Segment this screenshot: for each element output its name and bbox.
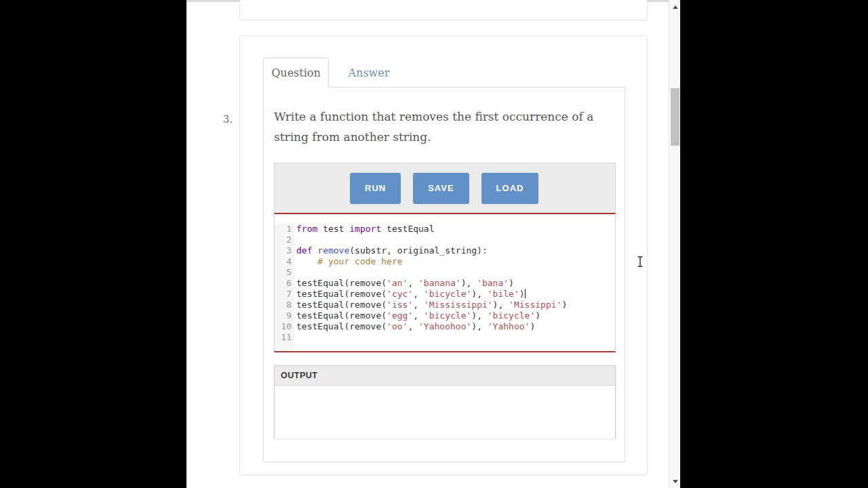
- editor-code[interactable]: from test import testEqualdef remove(sub…: [294, 224, 615, 351]
- save-button[interactable]: SAVE: [413, 173, 469, 204]
- code-widget: RUN SAVE LOAD 1234567891011 from test im…: [274, 163, 616, 352]
- exercise-card: Question Answer Write a function that re…: [239, 35, 648, 475]
- editor-toolbar: RUN SAVE LOAD: [274, 163, 616, 213]
- output-header-label: OUTPUT: [281, 371, 317, 380]
- text-cursor-icon: [637, 256, 644, 270]
- tab-question-label: Question: [271, 66, 321, 79]
- question-text: Write a function that removes the first …: [274, 106, 613, 147]
- scroll-down-icon[interactable]: [669, 476, 681, 487]
- output-body: [275, 386, 615, 439]
- scroll-up-icon[interactable]: [669, 1, 681, 12]
- tab-answer-label: Answer: [349, 66, 390, 79]
- tab-answer[interactable]: Answer: [335, 58, 403, 87]
- app-window: 3. Question Answer Write a function that…: [0, 0, 868, 488]
- vertical-scrollbar[interactable]: [669, 0, 680, 488]
- scrollbar-thumb[interactable]: [671, 88, 679, 146]
- browser-page: 3. Question Answer Write a function that…: [186, 0, 680, 488]
- run-button[interactable]: RUN: [350, 173, 401, 204]
- question-number: 3.: [216, 113, 233, 125]
- editor-gutter: 1234567891011: [275, 224, 294, 351]
- output-header: OUTPUT: [275, 366, 615, 386]
- previous-exercise-card: [239, 0, 648, 20]
- text-caret: [525, 289, 526, 298]
- question-panel: Write a function that removes the first …: [263, 87, 625, 462]
- tab-question[interactable]: Question: [263, 58, 329, 87]
- code-editor[interactable]: 1234567891011 from test import testEqual…: [274, 213, 616, 352]
- output-box: OUTPUT: [274, 365, 616, 439]
- load-button[interactable]: LOAD: [481, 173, 539, 204]
